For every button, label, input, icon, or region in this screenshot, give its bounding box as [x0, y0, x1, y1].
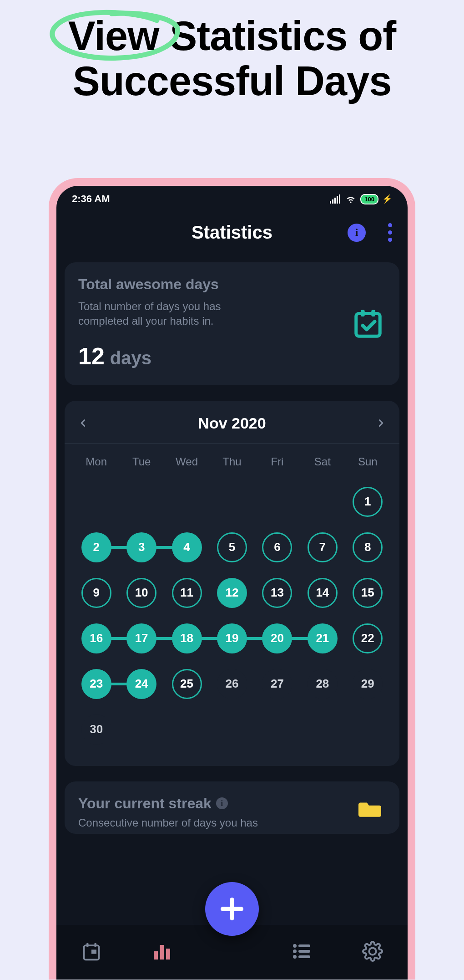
list-icon [291, 940, 313, 962]
svg-point-14 [293, 955, 297, 959]
calendar-day[interactable]: 10 [126, 578, 156, 608]
calendar-dow: Thu [209, 455, 254, 468]
svg-rect-9 [166, 949, 170, 960]
calendar-cell[interactable]: 24 [119, 661, 164, 707]
calendar-cell[interactable]: 26 [209, 661, 254, 707]
calendar-cell[interactable]: 5 [209, 525, 254, 570]
calendar-cell[interactable]: 22 [345, 616, 390, 661]
calendar-cell[interactable]: 2 [74, 525, 119, 570]
calendar-cell[interactable]: 12 [209, 570, 254, 616]
marketing-heading: View Statistics of Successful Days [0, 14, 464, 104]
prev-month-button[interactable] [78, 415, 88, 432]
heading-circled-word: View [68, 14, 159, 59]
calendar-dow: Mon [74, 455, 119, 468]
nav-statistics[interactable] [151, 940, 173, 964]
svg-rect-1 [361, 310, 365, 316]
calendar-day[interactable]: 27 [262, 669, 292, 699]
svg-rect-5 [95, 943, 97, 947]
calendar-day[interactable]: 8 [353, 532, 383, 562]
total-awesome-days-card: Total awesome days Total number of days … [65, 262, 399, 385]
calendar-day[interactable]: 12 [217, 578, 247, 608]
current-streak-card: Your current streak i Consecutive number… [65, 781, 399, 834]
calendar-day[interactable]: 20 [262, 623, 292, 653]
calendar-check-icon [352, 307, 384, 341]
streak-info-icon[interactable]: i [216, 797, 228, 809]
calendar-cell [345, 707, 390, 752]
calendar-day[interactable]: 11 [172, 578, 202, 608]
calendar-day[interactable]: 23 [81, 669, 111, 699]
gear-icon [362, 941, 383, 962]
calendar-cell[interactable]: 16 [74, 616, 119, 661]
calendar-cell[interactable]: 29 [345, 661, 390, 707]
overflow-menu-button[interactable] [388, 223, 392, 242]
value-unit: days [110, 348, 151, 368]
calendar-day[interactable]: 15 [353, 578, 383, 608]
calendar-day[interactable]: 14 [308, 578, 338, 608]
calendar-day[interactable]: 30 [81, 715, 111, 745]
calendar-day[interactable]: 6 [262, 532, 292, 562]
heading-rest-line1: Statistics of [170, 13, 396, 59]
calendar-cell[interactable]: 1 [345, 479, 390, 525]
calendar-cell[interactable]: 14 [300, 570, 345, 616]
calendar-cell[interactable]: 21 [300, 616, 345, 661]
calendar-dow: Tue [119, 455, 164, 468]
calendar-cell[interactable]: 13 [255, 570, 300, 616]
calendar-day[interactable]: 13 [262, 578, 292, 608]
calendar-day[interactable]: 4 [172, 532, 202, 562]
status-time: 2:36 AM [72, 193, 110, 205]
calendar-day[interactable]: 17 [126, 623, 156, 653]
calendar-day[interactable]: 22 [353, 623, 383, 653]
calendar-cell[interactable]: 4 [164, 525, 209, 570]
calendar-cell[interactable]: 7 [300, 525, 345, 570]
bar-chart-icon [151, 940, 173, 962]
calendar-day[interactable]: 18 [172, 623, 202, 653]
calendar-cell[interactable]: 30 [74, 707, 119, 752]
calendar-cell[interactable]: 8 [345, 525, 390, 570]
calendar-cell[interactable]: 10 [119, 570, 164, 616]
svg-point-10 [293, 944, 297, 948]
calendar-cell[interactable]: 17 [119, 616, 164, 661]
calendar-day[interactable]: 29 [353, 669, 383, 699]
calendar-day[interactable]: 24 [126, 669, 156, 699]
calendar-cell[interactable]: 23 [74, 661, 119, 707]
nav-list[interactable] [291, 940, 313, 964]
calendar-day[interactable]: 21 [308, 623, 338, 653]
calendar-cell[interactable]: 19 [209, 616, 254, 661]
calendar-cell[interactable]: 28 [300, 661, 345, 707]
calendar-day[interactable]: 3 [126, 532, 156, 562]
calendar-day[interactable]: 7 [308, 532, 338, 562]
svg-rect-2 [371, 310, 375, 316]
info-button[interactable]: i [348, 224, 366, 242]
calendar-cell[interactable]: 25 [164, 661, 209, 707]
calendar-cell[interactable]: 20 [255, 616, 300, 661]
calendar-cell[interactable]: 15 [345, 570, 390, 616]
svg-rect-6 [91, 949, 96, 954]
wifi-icon [345, 194, 357, 204]
calendar-day[interactable]: 2 [81, 532, 111, 562]
calendar-cell[interactable]: 6 [255, 525, 300, 570]
calendar-day[interactable]: 9 [81, 578, 111, 608]
calendar-day[interactable]: 16 [81, 623, 111, 653]
nav-calendar[interactable] [81, 941, 101, 963]
calendar-day[interactable]: 19 [217, 623, 247, 653]
calendar-cell[interactable]: 27 [255, 661, 300, 707]
calendar-cell[interactable]: 3 [119, 525, 164, 570]
next-month-button[interactable] [376, 415, 386, 432]
calendar-cell [300, 479, 345, 525]
phone-screen: 2:36 AM 100 ⚡ Statistics i Total awesome… [56, 186, 408, 980]
calendar-day[interactable]: 28 [308, 669, 338, 699]
calendar-day[interactable]: 26 [217, 669, 247, 699]
calendar-cell[interactable]: 18 [164, 616, 209, 661]
calendar-day[interactable]: 25 [172, 669, 202, 699]
calendar-cell[interactable]: 11 [164, 570, 209, 616]
calendar-icon [81, 941, 101, 961]
streak-title-text: Your current streak [78, 795, 212, 812]
calendar-day[interactable]: 1 [353, 487, 383, 517]
calendar-cell [164, 707, 209, 752]
calendar-cell[interactable]: 9 [74, 570, 119, 616]
add-fab[interactable] [205, 882, 259, 936]
calendar-day[interactable]: 5 [217, 532, 247, 562]
nav-settings[interactable] [362, 941, 383, 964]
heading-line2: Successful Days [73, 58, 391, 104]
calendar-cell [74, 479, 119, 525]
